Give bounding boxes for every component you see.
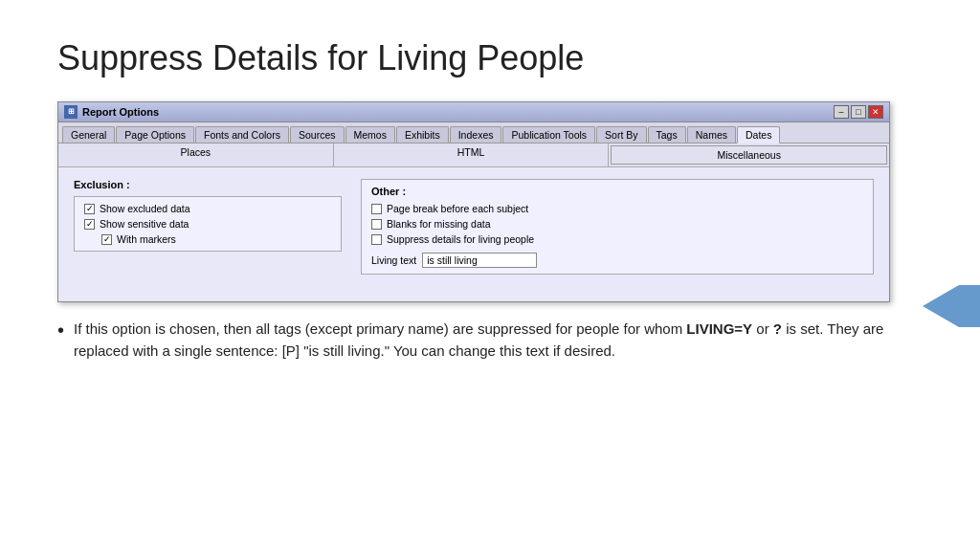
tab-page-options[interactable]: Page Options — [116, 126, 194, 143]
sub-tab-bar: Places HTML Miscellaneous — [58, 143, 889, 167]
slide-container: Suppress Details for Living People ⊞ Rep… — [0, 0, 980, 551]
content-row: Exclusion : Show excluded data Show sens… — [74, 179, 874, 275]
tab-publication-tools[interactable]: Publication Tools — [502, 126, 595, 143]
with-markers-checkbox[interactable] — [101, 234, 112, 245]
tab-memos[interactable]: Memos — [345, 126, 395, 143]
close-button[interactable]: ✕ — [868, 105, 883, 119]
tab-exhibits[interactable]: Exhibits — [396, 126, 449, 143]
show-sensitive-label: Show sensitive data — [100, 218, 189, 230]
tab-names[interactable]: Names — [687, 126, 736, 143]
show-excluded-row: Show excluded data — [84, 203, 331, 214]
living-text-input[interactable] — [422, 253, 537, 268]
tab-sources[interactable]: Sources — [290, 126, 345, 143]
subtab-miscellaneous[interactable]: Miscellaneous — [611, 145, 887, 165]
dialog-content: Exclusion : Show excluded data Show sens… — [58, 167, 889, 301]
dialog-icon: ⊞ — [64, 105, 78, 119]
arrow-head — [923, 285, 959, 327]
tab-sort-by[interactable]: Sort By — [596, 126, 646, 143]
living-y-bold: LIVING=Y — [686, 320, 752, 337]
dialog-window: ⊞ Report Options – □ ✕ General Page Opti… — [57, 101, 890, 302]
arrow-indicator — [923, 285, 980, 327]
subtab-html[interactable]: HTML — [334, 143, 610, 166]
page-title: Suppress Details for Living People — [57, 38, 923, 78]
bullet-text: If this option is chosen, then all tags … — [74, 318, 923, 363]
exclusion-checkbox-group: Show excluded data Show sensitive data W… — [74, 196, 342, 252]
show-sensitive-row: Show sensitive data — [84, 218, 331, 230]
bullet-item: • If this option is chosen, then all tag… — [57, 318, 923, 363]
page-break-row: Page break before each subject — [371, 203, 863, 214]
show-excluded-label: Show excluded data — [100, 203, 190, 214]
show-excluded-checkbox[interactable] — [84, 204, 95, 214]
blanks-missing-label: Blanks for missing data — [387, 218, 491, 230]
with-markers-label: With markers — [117, 233, 176, 245]
living-text-row: Living text — [371, 253, 863, 268]
question-bold: ? — [773, 320, 782, 337]
blanks-missing-row: Blanks for missing data — [371, 218, 863, 230]
bullet-dot: • — [57, 318, 64, 363]
dialog-titlebar: ⊞ Report Options – □ ✕ — [58, 102, 889, 122]
other-options: Page break before each subject Blanks fo… — [371, 203, 863, 245]
dialog-title-text: Report Options — [82, 106, 159, 118]
arrow-body — [959, 285, 980, 327]
with-markers-row: With markers — [101, 233, 331, 245]
tab-bar: General Page Options Fonts and Colors So… — [58, 122, 889, 143]
tab-dates[interactable]: Dates — [737, 126, 780, 143]
tab-indexes[interactable]: Indexes — [450, 126, 502, 143]
blanks-missing-checkbox[interactable] — [371, 219, 382, 230]
dialog-title-buttons: – □ ✕ — [834, 105, 883, 119]
page-break-label: Page break before each subject — [387, 203, 528, 214]
suppress-living-row: Suppress details for living people — [371, 233, 863, 245]
subtab-places[interactable]: Places — [58, 143, 334, 166]
other-section: Other : Page break before each subject B… — [361, 179, 874, 275]
suppress-living-label: Suppress details for living people — [387, 233, 534, 245]
tab-fonts-colors[interactable]: Fonts and Colors — [195, 126, 289, 143]
other-label: Other : — [371, 186, 863, 197]
exclusion-section: Exclusion : Show excluded data Show sens… — [74, 179, 342, 275]
tab-tags[interactable]: Tags — [648, 126, 686, 143]
exclusion-label: Exclusion : — [74, 179, 342, 190]
living-text-label: Living text — [371, 254, 416, 266]
tab-general[interactable]: General — [62, 126, 115, 143]
show-sensitive-checkbox[interactable] — [84, 219, 95, 230]
page-break-checkbox[interactable] — [371, 204, 382, 214]
minimize-button[interactable]: – — [834, 105, 849, 119]
bullet-section: • If this option is chosen, then all tag… — [57, 318, 923, 363]
restore-button[interactable]: □ — [851, 105, 866, 119]
dialog-title-left: ⊞ Report Options — [64, 105, 159, 119]
suppress-living-checkbox[interactable] — [371, 234, 382, 245]
